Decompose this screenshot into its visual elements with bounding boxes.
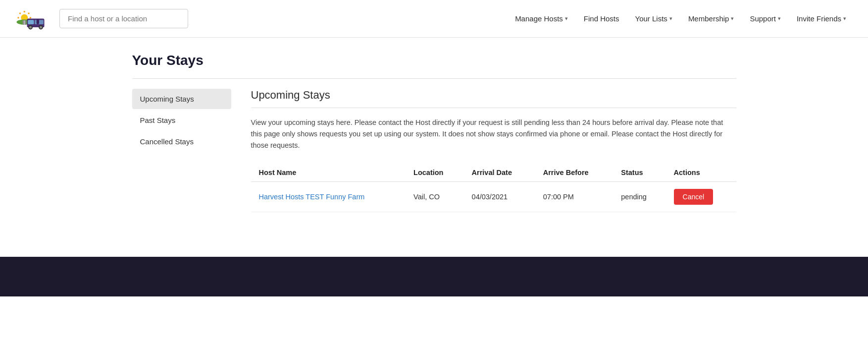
support-chevron-icon: ▾	[778, 15, 781, 22]
logo-icon	[15, 5, 50, 32]
panel-description: View your upcoming stays here. Please co…	[251, 117, 736, 152]
sidebar-item-upcoming-stays[interactable]: Upcoming Stays	[132, 89, 231, 109]
svg-point-2	[19, 12, 21, 14]
sidebar-item-past-stays[interactable]: Past Stays	[132, 110, 231, 130]
nav-support[interactable]: Support ▾	[743, 10, 788, 27]
svg-rect-12	[28, 20, 34, 24]
search-input[interactable]	[59, 9, 188, 28]
table-row: Harvest Hosts TEST Funny Farm Vail, CO 0…	[251, 181, 736, 212]
cell-location: Vail, CO	[406, 181, 464, 212]
site-footer	[0, 257, 868, 296]
cell-host-name: Harvest Hosts TEST Funny Farm	[251, 181, 406, 212]
your-lists-chevron-icon: ▾	[669, 15, 672, 22]
content-divider	[132, 78, 736, 79]
table-body: Harvest Hosts TEST Funny Farm Vail, CO 0…	[251, 181, 736, 212]
manage-hosts-chevron-icon: ▾	[565, 15, 568, 22]
col-arrival-date: Arrival Date	[464, 164, 535, 182]
panel-divider	[251, 108, 736, 108]
membership-chevron-icon: ▾	[731, 15, 734, 22]
cell-arrive-before: 07:00 PM	[535, 181, 613, 212]
main-content: Your Stays Upcoming Stays Past Stays Can…	[112, 38, 756, 227]
host-name-link[interactable]: Harvest Hosts TEST Funny Farm	[259, 193, 365, 201]
svg-point-0	[24, 11, 26, 13]
nav-your-lists[interactable]: Your Lists ▾	[628, 10, 679, 27]
col-actions: Actions	[666, 164, 736, 182]
logo-area[interactable]	[15, 5, 50, 32]
col-status: Status	[613, 164, 665, 182]
table-header: Host Name Location Arrival Date Arrive B…	[251, 164, 736, 182]
sidebar-item-cancelled-stays[interactable]: Cancelled Stays	[132, 131, 231, 152]
svg-point-4	[17, 17, 19, 19]
svg-point-15	[29, 26, 32, 28]
sidebar: Upcoming Stays Past Stays Cancelled Stay…	[132, 89, 231, 212]
nav-manage-hosts[interactable]: Manage Hosts ▾	[508, 10, 575, 27]
stays-table: Host Name Location Arrival Date Arrive B…	[251, 164, 736, 212]
invite-friends-chevron-icon: ▾	[843, 15, 846, 22]
main-nav: Manage Hosts ▾ Find Hosts Your Lists ▾ M…	[508, 10, 853, 27]
svg-rect-18	[37, 19, 39, 24]
svg-point-17	[40, 26, 42, 28]
nav-find-hosts[interactable]: Find Hosts	[577, 10, 626, 27]
svg-point-1	[28, 12, 30, 14]
svg-point-3	[30, 17, 32, 19]
cell-actions: Cancel	[666, 181, 736, 212]
content-layout: Upcoming Stays Past Stays Cancelled Stay…	[132, 89, 736, 212]
col-host-name: Host Name	[251, 164, 406, 182]
svg-rect-10	[24, 20, 25, 25]
cell-status: pending	[613, 181, 665, 212]
col-arrive-before: Arrive Before	[535, 164, 613, 182]
cell-arrival-date: 04/03/2021	[464, 181, 535, 212]
table-header-row: Host Name Location Arrival Date Arrive B…	[251, 164, 736, 182]
site-header: Manage Hosts ▾ Find Hosts Your Lists ▾ M…	[0, 0, 868, 38]
page-title: Your Stays	[132, 53, 736, 68]
panel-title: Upcoming Stays	[251, 89, 736, 102]
col-location: Location	[406, 164, 464, 182]
nav-membership[interactable]: Membership ▾	[681, 10, 741, 27]
cancel-button[interactable]: Cancel	[674, 189, 714, 205]
stays-panel: Upcoming Stays View your upcoming stays …	[251, 89, 736, 212]
nav-invite-friends[interactable]: Invite Friends ▾	[790, 10, 853, 27]
